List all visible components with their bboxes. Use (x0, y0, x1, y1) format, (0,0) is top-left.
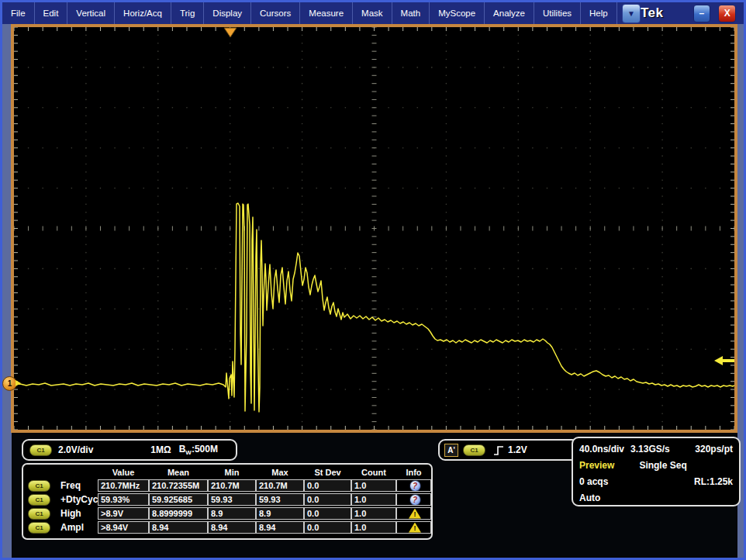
measurement-cell-stdev: 0.0 (304, 493, 351, 506)
measurement-cell-info[interactable]: ! (396, 521, 431, 534)
menu-item-utilities[interactable]: Utilities (534, 2, 581, 24)
trigger-mode: Auto (579, 493, 600, 503)
measurement-row--dtycyc: C1+DtyCyc59.93%59.92568559.9359.930.01.0… (26, 493, 431, 506)
channel1-badge[interactable]: C1 (28, 508, 50, 520)
question-info-icon: ? (409, 494, 421, 506)
vertical-scale: 2.0V/div (58, 444, 93, 455)
measurement-cell-max: 210.7M (256, 479, 304, 492)
measurement-cell-max: 8.9 (256, 507, 304, 520)
measurement-row-ampl: C1Ampl>8.94V8.948.948.940.01.0! (26, 520, 431, 534)
measurement-row-freq: C1Freq210.7MHz210.72355M210.7M210.7M0.01… (26, 479, 431, 493)
menu-item-file[interactable]: File (2, 2, 35, 24)
measurement-cell-max: 8.94 (256, 521, 304, 534)
measurement-cell-mean: 8.8999999 (149, 507, 208, 520)
menu-dropdown-button[interactable]: ▼ (622, 4, 641, 23)
measurement-name: Ampl (54, 522, 98, 533)
menu-item-math[interactable]: Math (392, 2, 430, 24)
menu-item-horiz-acq[interactable]: Horiz/Acq (115, 2, 171, 24)
menu-item-vertical[interactable]: Vertical (67, 2, 115, 24)
measurement-header-row: ValueMeanMinMaxSt DevCountInfo (26, 466, 431, 479)
measurement-cell-value: >8.9V (98, 507, 149, 520)
measurement-cell-stdev: 0.0 (304, 507, 351, 520)
trigger-readout[interactable]: A' C1 1.2V (438, 439, 579, 461)
measurement-cell-info[interactable]: ? (396, 479, 431, 492)
tek-logo: Tek (641, 5, 664, 21)
menu-item-mask[interactable]: Mask (353, 2, 392, 24)
measurement-cell-count: 1.0 (351, 493, 396, 506)
menu-item-myscope[interactable]: MyScope (430, 2, 485, 24)
row-channel-cell: C1 (26, 508, 54, 520)
channel1-position-marker[interactable]: 1 (2, 376, 17, 391)
menu-item-cursors[interactable]: Cursors (251, 2, 300, 24)
sample-rate-value: 3.13GS/s (630, 444, 670, 455)
measurement-cell-mean: 8.94 (149, 521, 208, 534)
minimize-button[interactable]: – (693, 5, 711, 22)
preview-status: Preview (579, 460, 614, 471)
trigger-channel-badge[interactable]: C1 (463, 444, 485, 456)
measurement-rows: C1Freq210.7MHz210.72355M210.7M210.7M0.01… (26, 479, 431, 534)
row-channel-cell: C1 (26, 480, 54, 492)
measurement-cell-max: 59.93 (256, 493, 304, 506)
channel1-readout[interactable]: C1 2.0V/div 1MΩ BW:500M (22, 439, 237, 461)
trigger-position-marker[interactable] (224, 28, 237, 37)
menu-item-trig[interactable]: Trig (171, 2, 204, 24)
oscilloscope-window: FileEditVerticalHoriz/AcqTrigDisplayCurs… (0, 0, 746, 560)
close-button[interactable]: X (718, 5, 736, 22)
measurement-cell-stdev: 0.0 (304, 479, 351, 492)
measurement-cell-min: 8.9 (208, 507, 256, 520)
column-header-max: Max (256, 468, 304, 477)
horizontal-acquisition-readout[interactable]: 40.0ns/div 3.13GS/s 320ps/pt Preview Sin… (572, 437, 741, 506)
minimize-icon: – (699, 8, 705, 19)
measurement-table: ValueMeanMinMaxSt DevCountInfo C1Freq210… (22, 463, 433, 540)
menu-item-measure[interactable]: Measure (300, 2, 353, 24)
measurement-cell-count: 1.0 (351, 479, 396, 492)
measurement-cell-info[interactable]: ? (396, 493, 431, 506)
close-icon: X (724, 8, 730, 19)
chevron-down-icon: ▼ (627, 9, 635, 18)
measurement-cell-info[interactable]: ! (396, 507, 431, 520)
channel1-badge[interactable]: C1 (28, 522, 50, 534)
measurement-cell-count: 1.0 (351, 521, 396, 534)
measurement-cell-mean: 59.925685 (149, 493, 208, 506)
channel1-badge[interactable]: C1 (29, 444, 52, 456)
rising-edge-icon (493, 444, 505, 456)
measurement-cell-mean: 210.72355M (149, 479, 208, 492)
channel1-badge[interactable]: C1 (28, 494, 50, 506)
menu-item-help[interactable]: Help (581, 2, 617, 24)
menu-bar: FileEditVerticalHoriz/AcqTrigDisplayCurs… (2, 2, 744, 24)
channel1-badge[interactable]: C1 (28, 480, 50, 492)
trigger-level-value: 1.2V (508, 444, 527, 455)
measurement-cell-value: 210.7MHz (98, 479, 149, 492)
bandwidth-label: BW:500M (179, 444, 218, 456)
column-header-min: Min (208, 468, 256, 477)
column-header-info: Info (396, 468, 431, 477)
measurement-cell-stdev: 0.0 (304, 521, 351, 534)
measurement-name: Freq (54, 480, 98, 491)
timebase-value: 40.0ns/div (579, 444, 624, 455)
measurement-row-high: C1High>8.9V8.89999998.98.90.01.0! (26, 506, 431, 520)
row-channel-cell: C1 (26, 494, 54, 506)
column-header-mean: Mean (149, 468, 208, 477)
measurement-cell-min: 59.93 (208, 493, 256, 506)
channel1-trace (14, 203, 734, 412)
graticule-svg (14, 27, 734, 430)
column-header-st-dev: St Dev (304, 468, 351, 477)
menu-item-edit[interactable]: Edit (35, 2, 68, 24)
column-header-value: Value (98, 468, 149, 477)
warning-info-icon: ! (409, 523, 421, 533)
acquisition-mode: Single Seq (639, 460, 686, 471)
measurement-name: +DtyCyc (54, 494, 98, 505)
measurement-cell-value: >8.94V (98, 521, 149, 534)
measurement-cell-value: 59.93% (98, 493, 149, 506)
input-impedance: 1MΩ (150, 444, 171, 455)
column-header-count: Count (351, 468, 396, 477)
menu-item-analyze[interactable]: Analyze (485, 2, 534, 24)
measurement-cell-min: 210.7M (208, 479, 256, 492)
resolution-value: 320ps/pt (695, 444, 733, 455)
menu-item-display[interactable]: Display (204, 2, 251, 24)
waveform-display[interactable] (11, 24, 737, 433)
record-length: RL:1.25k (694, 476, 733, 487)
measurement-cell-count: 1.0 (351, 507, 396, 520)
menu-items: FileEditVerticalHoriz/AcqTrigDisplayCurs… (2, 2, 617, 24)
row-channel-cell: C1 (26, 522, 54, 534)
